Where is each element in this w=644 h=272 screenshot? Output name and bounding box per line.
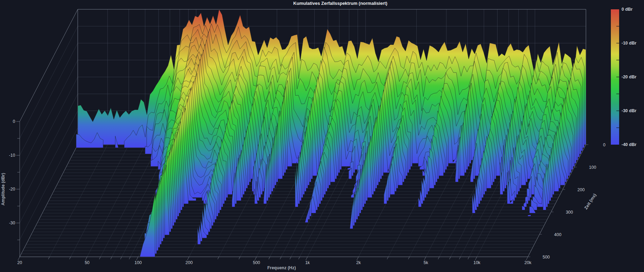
x-tick-label: 100 (134, 260, 142, 265)
waterfall-app-window: 0-10-20-3020501002005001k2k5k10k20k01002… (0, 0, 644, 272)
z-tick-label: 200 (577, 187, 585, 192)
waterfall-slice (528, 215, 531, 216)
y-tick-label: 0 (13, 119, 15, 124)
y-tick-label: -10 (9, 153, 15, 158)
z-tick-label: 500 (542, 255, 550, 260)
x-tick-label: 10k (473, 260, 481, 265)
x-tick-label: 5k (424, 260, 428, 265)
chart-title: Kumulatives Zerfallsspektrum (normalisie… (293, 1, 387, 6)
y-axis-title: Amplitude (dBr) (1, 173, 6, 205)
x-tick-label: 50 (85, 260, 89, 265)
z-tick-label: 0 (603, 143, 605, 147)
colorbar-tick-label: -30 dBr (622, 108, 636, 113)
x-axis-title: Frequenz (Hz) (267, 265, 296, 270)
colorbar-tick-label: 0 dBr (622, 7, 633, 12)
z-tick-label: 100 (589, 165, 596, 170)
waterfall-chart-canvas[interactable]: 0-10-20-3020501002005001k2k5k10k20k01002… (0, 0, 644, 272)
colorbar-tick-label: -40 dBr (622, 142, 636, 147)
x-tick-label: 20k (524, 260, 532, 265)
z-axis-title: Zeit (ms) (584, 193, 597, 210)
colorbar-tick-label: -20 dBr (622, 75, 636, 79)
z-tick-label: 400 (554, 232, 561, 237)
x-tick-label: 1k (305, 260, 310, 265)
x-tick-label: 500 (253, 260, 260, 265)
waterfall-slice (350, 201, 353, 229)
colorbar-tick-label: -10 dBr (622, 41, 636, 46)
x-tick-label: 200 (186, 260, 193, 265)
z-tick-label: 300 (566, 210, 573, 215)
y-tick-label: -20 (9, 187, 15, 192)
waterfall-slice (384, 182, 387, 204)
y-tick-label: -30 (9, 221, 15, 225)
left-wall-grid (20, 9, 78, 257)
colorbar: 0 dBr-10 dBr-20 dBr-30 dBr-40 dBr (611, 7, 636, 147)
x-tick-label: 2k (356, 260, 361, 265)
x-tick-label: 20 (17, 260, 22, 265)
waterfall-surface (76, 9, 586, 257)
